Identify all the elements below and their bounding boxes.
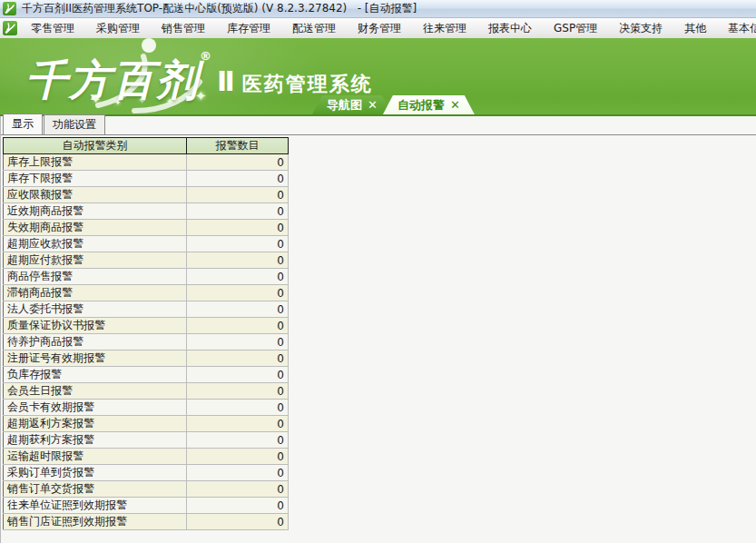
alarm-count-cell[interactable]: 0 [187, 449, 289, 465]
menu-item-8[interactable]: GSP管理 [548, 19, 603, 38]
alarm-count-cell[interactable]: 0 [187, 203, 289, 220]
alarm-category-cell[interactable]: 滞销商品报警 [4, 285, 187, 301]
menu-item-0[interactable]: 零售管理 [25, 19, 80, 38]
alarm-count-cell[interactable]: 0 [187, 236, 289, 252]
menu-item-11[interactable]: 基本信息 [722, 19, 756, 38]
alarm-category-cell[interactable]: 法人委托书报警 [4, 301, 187, 318]
doc-tab-label: 导航图 [327, 97, 362, 114]
alarm-category-cell[interactable]: 往来单位证照到效期报警 [4, 498, 187, 514]
alarm-category-cell[interactable]: 应收限额报警 [4, 187, 187, 203]
alarm-category-cell[interactable]: 商品停售报警 [4, 269, 187, 285]
alarm-count-cell[interactable]: 0 [187, 416, 289, 432]
doc-tab-navigation-map[interactable]: 导航图✕ [312, 95, 392, 114]
table-row[interactable]: 销售订单交货报警0 [4, 481, 289, 498]
app-logo-icon [3, 21, 17, 35]
alarm-count-cell[interactable]: 0 [187, 481, 289, 498]
registered-mark-icon: ® [200, 49, 211, 63]
table-row[interactable]: 超期应收款报警0 [4, 236, 289, 252]
alarm-category-cell[interactable]: 库存上限报警 [4, 154, 187, 171]
table-row[interactable]: 采购订单到货报警0 [4, 465, 289, 481]
menu-item-3[interactable]: 库存管理 [221, 19, 276, 38]
alarm-count-cell[interactable]: 0 [187, 269, 289, 285]
alarm-category-cell[interactable]: 超期应收款报警 [4, 236, 187, 252]
table-row[interactable]: 负库存报警0 [4, 367, 289, 383]
alarm-category-cell[interactable]: 销售门店证照到效期报警 [4, 514, 187, 530]
table-row[interactable]: 会员生日报警0 [4, 383, 289, 400]
alarm-count-cell[interactable]: 0 [187, 350, 289, 367]
alarm-count-cell[interactable]: 0 [187, 334, 289, 350]
alarm-count-cell[interactable]: 0 [187, 220, 289, 236]
table-row[interactable]: 应收限额报警0 [4, 187, 289, 203]
alarm-count-cell[interactable]: 0 [187, 154, 289, 171]
alarm-category-cell[interactable]: 运输超时限报警 [4, 449, 187, 465]
menu-item-4[interactable]: 配送管理 [287, 19, 341, 38]
sub-tab-function-settings[interactable]: 功能设置 [44, 114, 105, 134]
menu-item-2[interactable]: 销售管理 [156, 19, 211, 38]
menu-item-5[interactable]: 财务管理 [352, 19, 407, 38]
alarm-category-cell[interactable]: 近效期商品报警 [4, 203, 187, 220]
menu-item-6[interactable]: 往来管理 [417, 19, 472, 38]
alarm-count-cell[interactable]: 0 [187, 498, 289, 514]
alarm-category-cell[interactable]: 会员生日报警 [4, 383, 187, 400]
alarm-category-cell[interactable]: 采购订单到货报警 [4, 465, 187, 481]
alarm-category-cell[interactable]: 库存下限报警 [4, 171, 187, 187]
menu-item-10[interactable]: 其他 [679, 19, 712, 38]
sub-tab-display[interactable]: 显示 [3, 114, 43, 134]
table-row[interactable]: 销售门店证照到效期报警0 [4, 514, 289, 530]
menu-item-1[interactable]: 采购管理 [91, 19, 145, 38]
table-row[interactable]: 超期应付款报警0 [4, 252, 289, 269]
alarm-count-cell[interactable]: 0 [187, 400, 289, 416]
menu-item-7[interactable]: 报表中心 [483, 19, 537, 38]
content-area: 显示功能设置 自动报警类别报警数目 库存上限报警0库存下限报警0应收限额报警0近… [0, 116, 756, 543]
alarm-category-cell[interactable]: 会员卡有效期报警 [4, 400, 187, 416]
doc-tab-label: 自动报警 [398, 97, 445, 114]
logo-subtitle: 医药管理系统 [242, 73, 373, 95]
alarm-category-cell[interactable]: 注册证号有效期报警 [4, 350, 187, 367]
alarm-category-cell[interactable]: 超期应付款报警 [4, 252, 187, 269]
alarm-category-cell[interactable]: 负库存报警 [4, 367, 187, 383]
table-row[interactable]: 商品停售报警0 [4, 269, 289, 285]
table-row[interactable]: 质量保证协议书报警0 [4, 318, 289, 334]
table-row[interactable]: 库存上限报警0 [4, 154, 289, 171]
alarm-count-cell[interactable]: 0 [187, 383, 289, 400]
alarm-count-cell[interactable]: 0 [187, 432, 289, 449]
alarm-count-cell[interactable]: 0 [187, 318, 289, 334]
alarm-count-cell[interactable]: 0 [187, 187, 289, 203]
table-row[interactable]: 失效期商品报警0 [4, 220, 289, 236]
alarm-category-cell[interactable]: 销售订单交货报警 [4, 481, 187, 498]
table-row[interactable]: 近效期商品报警0 [4, 203, 289, 220]
alarm-count-cell[interactable]: 0 [187, 285, 289, 301]
table-row[interactable]: 注册证号有效期报警0 [4, 350, 289, 367]
table-row[interactable]: 超期返利方案报警0 [4, 416, 289, 432]
sparkle-icon: ✧ [138, 94, 146, 106]
table-row[interactable]: 库存下限报警0 [4, 171, 289, 187]
alarm-category-cell[interactable]: 待养护商品报警 [4, 334, 187, 350]
table-row[interactable]: 往来单位证照到效期报警0 [4, 498, 289, 514]
close-icon[interactable]: ✕ [450, 98, 460, 112]
title-bar[interactable]: 千方百剂II医药管理系统TOP-配送中心版(预览版) (V 8.2.3.2784… [0, 0, 756, 18]
menu-bar: 零售管理采购管理销售管理库存管理配送管理财务管理往来管理报表中心GSP管理决策支… [0, 18, 756, 38]
alarm-category-cell[interactable]: 超期获利方案报警 [4, 432, 187, 449]
column-header-count[interactable]: 报警数目 [187, 138, 289, 154]
alarm-count-cell[interactable]: 0 [187, 514, 289, 530]
column-header-category[interactable]: 自动报警类别 [4, 138, 187, 154]
alarm-count-cell[interactable]: 0 [187, 252, 289, 269]
table-row[interactable]: 滞销商品报警0 [4, 285, 289, 301]
alarm-count-cell[interactable]: 0 [187, 301, 289, 318]
alarm-count-cell[interactable]: 0 [187, 367, 289, 383]
alarm-category-cell[interactable]: 质量保证协议书报警 [4, 318, 187, 334]
table-row[interactable]: 超期获利方案报警0 [4, 432, 289, 449]
alarm-category-cell[interactable]: 失效期商品报警 [4, 220, 187, 236]
doc-tab-auto-alarm[interactable]: 自动报警✕ [383, 95, 475, 114]
close-icon[interactable]: ✕ [368, 98, 378, 112]
sparkle-icon: ✦ [195, 88, 207, 104]
alarm-count-cell[interactable]: 0 [187, 465, 289, 481]
table-row[interactable]: 法人委托书报警0 [4, 301, 289, 318]
table-row[interactable]: 会员卡有效期报警0 [4, 400, 289, 416]
menu-item-9[interactable]: 决策支持 [614, 19, 668, 38]
alarm-category-cell[interactable]: 超期返利方案报警 [4, 416, 187, 432]
alarm-count-cell[interactable]: 0 [187, 171, 289, 187]
app-logo-icon [3, 2, 16, 15]
table-row[interactable]: 运输超时限报警0 [4, 449, 289, 465]
table-row[interactable]: 待养护商品报警0 [4, 334, 289, 350]
